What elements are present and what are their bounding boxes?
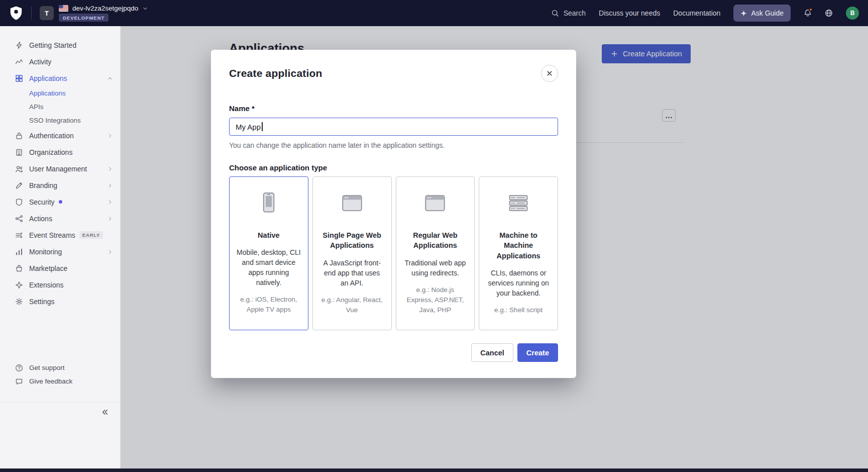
shield-icon <box>15 198 23 206</box>
us-flag-icon <box>59 5 68 12</box>
app-type-card-native[interactable]: Native Mobile, desktop, CLI and smart de… <box>229 176 308 330</box>
auth0-logo[interactable] <box>9 6 23 21</box>
chevrons-left-icon <box>101 408 109 416</box>
gear-icon <box>15 298 23 306</box>
app-type-card-machine-to-machine-applications[interactable]: Machine to Machine Applications CLIs, da… <box>479 176 558 330</box>
lock-icon <box>15 132 23 140</box>
documentation-link[interactable]: Documentation <box>673 9 720 17</box>
new-feature-dot <box>59 200 62 204</box>
modal-header: Create application <box>229 50 558 82</box>
chevron-right-icon <box>107 133 113 139</box>
rocket-icon <box>15 41 23 49</box>
app-type-card-single-page-web-applications[interactable]: Single Page Web Applications A JavaScrip… <box>312 176 392 330</box>
app-type-label: Choose an application type <box>229 163 558 172</box>
tenant-meta: dev-lv2za2setgejpqdo DEVELOPMENT <box>59 5 148 22</box>
ask-guide-label: Ask Guide <box>751 9 784 17</box>
tenant-name: dev-lv2za2setgejpqdo <box>72 5 138 12</box>
create-application-modal: Create application Name * My App You can… <box>211 50 576 378</box>
discuss-needs-link[interactable]: Discuss your needs <box>599 9 660 17</box>
chevron-right-icon <box>107 199 113 205</box>
sidebar-subnav: ApplicationsAPIsSSO Integrations <box>0 86 120 127</box>
sidebar-footer: Get support Give feedback <box>0 361 120 388</box>
grid-icon <box>15 74 23 82</box>
notifications-button[interactable] <box>804 9 812 17</box>
chevron-right-icon <box>107 182 113 188</box>
environment-badge: DEVELOPMENT <box>59 14 108 22</box>
collapse-sidebar-button[interactable] <box>0 402 120 416</box>
sidebar-item-organizations[interactable]: Organizations <box>0 144 120 160</box>
sidebar-item-applications[interactable]: Applications <box>0 70 120 86</box>
sidebar: Getting Started Activity Applications Ap… <box>0 26 121 468</box>
text-cursor <box>262 122 263 131</box>
search-button[interactable]: Search <box>551 9 586 17</box>
early-badge: EARLY <box>79 231 103 239</box>
sidebar-item-authentication[interactable]: Authentication <box>0 127 120 144</box>
app-name-input[interactable]: My App <box>229 118 558 136</box>
close-icon <box>546 69 554 77</box>
sidebar-item-event-streams[interactable]: Event Streams EARLY <box>0 227 120 243</box>
browser-large-icon <box>319 187 385 219</box>
app-root: T dev-lv2za2setgejpqdo DEVELOPMENT Searc… <box>0 0 868 472</box>
app-type-card-regular-web-applications[interactable]: Regular Web Applications Traditional web… <box>396 176 475 330</box>
storefront-icon <box>15 264 23 272</box>
search-label: Search <box>564 9 586 17</box>
give-feedback-label: Give feedback <box>29 377 72 385</box>
ask-guide-button[interactable]: Ask Guide <box>733 5 791 22</box>
question-icon <box>15 364 23 372</box>
chevron-right-icon <box>107 166 113 172</box>
extensions-icon <box>15 281 23 289</box>
sidebar-subitem-applications[interactable]: Applications <box>0 86 120 100</box>
notification-dot <box>809 8 813 12</box>
create-button[interactable]: Create <box>517 343 558 362</box>
stream-icon <box>15 231 23 239</box>
tenant-avatar: T <box>40 6 54 20</box>
bottom-edge <box>0 468 868 472</box>
brush-icon <box>15 181 23 190</box>
sidebar-subitem-sso-integrations[interactable]: SSO Integrations <box>0 114 120 127</box>
chevron-up-icon <box>107 75 113 81</box>
user-avatar[interactable]: B <box>846 7 859 20</box>
top-nav: T dev-lv2za2setgejpqdo DEVELOPMENT Searc… <box>0 0 868 26</box>
cancel-button[interactable]: Cancel <box>471 343 513 362</box>
tenant-switcher[interactable]: T dev-lv2za2setgejpqdo DEVELOPMENT <box>40 5 148 22</box>
modal-footer: Cancel Create <box>229 343 558 362</box>
sidebar-item-actions[interactable]: Actions <box>0 210 120 227</box>
app-type-cards: Native Mobile, desktop, CLI and smart de… <box>229 176 558 330</box>
sidebar-nav: Getting Started Activity Applications Ap… <box>0 26 120 310</box>
monitoring-icon <box>15 248 23 256</box>
chevron-right-icon <box>107 249 113 255</box>
name-help-text: You can change the application name late… <box>229 141 558 149</box>
sidebar-item-settings[interactable]: Settings <box>0 293 120 310</box>
app-name-value: My App <box>236 123 261 131</box>
get-support-label: Get support <box>29 364 65 371</box>
feedback-icon <box>15 377 23 386</box>
sidebar-item-extensions[interactable]: Extensions <box>0 276 120 293</box>
name-field-label: Name * <box>229 104 558 113</box>
browser2-large-icon <box>403 187 468 219</box>
sidebar-item-monitoring[interactable]: Monitoring <box>0 243 120 260</box>
building-icon <box>15 148 23 156</box>
divider <box>31 7 32 20</box>
server-large-icon <box>486 187 551 219</box>
sidebar-subitem-apis[interactable]: APIs <box>0 100 120 114</box>
modal-title: Create application <box>229 67 322 79</box>
chevron-right-icon <box>107 216 113 222</box>
close-modal-button[interactable] <box>541 65 558 82</box>
flow-icon <box>15 215 23 223</box>
users-icon <box>15 165 23 173</box>
chevron-down-icon <box>142 6 148 12</box>
globe-icon[interactable] <box>825 9 833 17</box>
sidebar-item-activity[interactable]: Activity <box>0 53 120 70</box>
sparkle-icon <box>740 10 747 17</box>
activity-icon <box>15 58 23 66</box>
phone-large-icon <box>236 187 302 219</box>
sidebar-item-marketplace[interactable]: Marketplace <box>0 260 120 276</box>
get-support-link[interactable]: Get support <box>0 361 120 374</box>
sidebar-item-branding[interactable]: Branding <box>0 177 120 194</box>
sidebar-item-getting-started[interactable]: Getting Started <box>0 37 120 53</box>
sidebar-item-security[interactable]: Security <box>0 194 120 210</box>
search-icon <box>551 9 559 17</box>
sidebar-item-user-management[interactable]: User Management <box>0 160 120 177</box>
topbar-actions: Search Discuss your needs Documentation … <box>551 5 859 22</box>
give-feedback-link[interactable]: Give feedback <box>0 374 120 388</box>
